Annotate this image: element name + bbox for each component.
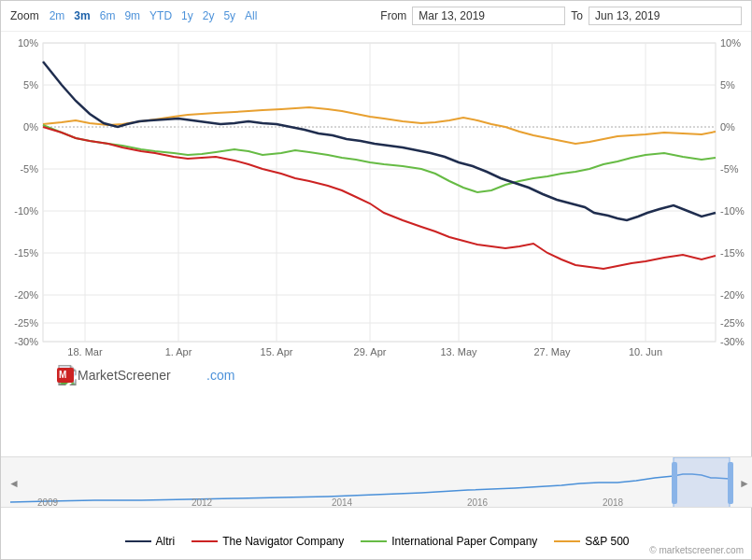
svg-text:MarketScreener: MarketScreener — [78, 368, 171, 383]
from-date-input[interactable] — [412, 7, 565, 25]
svg-text:1. Apr: 1. Apr — [165, 346, 192, 357]
zoom-9m[interactable]: 9m — [121, 8, 143, 23]
svg-rect-49 — [728, 462, 733, 504]
legend-item-sp500: S&P 500 — [554, 535, 629, 548]
svg-text:5%: 5% — [23, 79, 38, 91]
zoom-ytd[interactable]: YTD — [147, 8, 175, 23]
main-chart-svg: 10% 5% 0% -5% -10% -15% -20% -25% -30% 1… — [1, 34, 752, 402]
svg-text:-25%: -25% — [14, 317, 38, 329]
svg-rect-0 — [43, 43, 716, 342]
legend-item-navigator: The Navigator Company — [192, 535, 344, 548]
svg-text:0%: 0% — [23, 121, 38, 133]
svg-text:◄: ◄ — [8, 477, 20, 490]
zoom-label: Zoom — [10, 9, 39, 22]
mini-chart-svg: 2009 2012 2014 2016 2018 ◄ ► — [1, 457, 752, 508]
intpaper-legend-line — [361, 540, 387, 542]
svg-text:2009: 2009 — [37, 497, 59, 508]
svg-text:-5%: -5% — [20, 163, 38, 175]
legend-item-intpaper: International Paper Company — [361, 535, 537, 548]
svg-text:10%: 10% — [18, 37, 38, 49]
svg-text:-10%: -10% — [720, 205, 745, 217]
zoom-all[interactable]: All — [242, 8, 260, 23]
svg-text:2012: 2012 — [192, 497, 213, 508]
svg-text:15. Apr: 15. Apr — [261, 346, 293, 357]
svg-text:10. Jun: 10. Jun — [629, 346, 662, 357]
legend-item-altri: Altri — [125, 535, 176, 548]
zoom-1y[interactable]: 1y — [178, 8, 196, 23]
svg-rect-47 — [674, 457, 730, 508]
svg-text:-10%: -10% — [14, 205, 38, 217]
svg-text:-25%: -25% — [720, 317, 745, 329]
navigator-legend-line — [192, 540, 218, 542]
svg-text:5%: 5% — [720, 79, 735, 91]
svg-text:-20%: -20% — [720, 289, 745, 301]
svg-text:2014: 2014 — [332, 497, 353, 508]
svg-text:-15%: -15% — [720, 247, 745, 259]
svg-text:►: ► — [739, 477, 750, 490]
svg-text:18. Mar: 18. Mar — [67, 346, 103, 357]
svg-text:10%: 10% — [720, 37, 741, 49]
svg-text:29. Apr: 29. Apr — [354, 346, 387, 357]
to-label: To — [571, 9, 583, 22]
svg-text:.com: .com — [206, 368, 234, 383]
zoom-3m[interactable]: 3m — [71, 8, 92, 23]
svg-rect-48 — [672, 462, 677, 504]
to-date-input[interactable] — [589, 7, 742, 25]
main-container: Zoom 2m 3m 6m 9m YTD 1y 2y 5y All From T… — [0, 0, 752, 560]
navigator-area: 2009 2012 2014 2016 2018 ◄ ► — [1, 456, 752, 508]
intpaper-legend-label: International Paper Company — [391, 535, 537, 548]
zoom-2y[interactable]: 2y — [200, 8, 218, 23]
from-label: From — [380, 9, 406, 22]
altri-legend-line — [125, 540, 151, 542]
svg-text:-5%: -5% — [720, 163, 739, 175]
svg-text:-20%: -20% — [14, 289, 38, 301]
svg-text:M: M — [59, 370, 66, 380]
svg-text:2018: 2018 — [603, 497, 624, 508]
svg-text:-30%: -30% — [14, 336, 38, 347]
svg-text:27. May: 27. May — [533, 346, 571, 357]
altri-legend-label: Altri — [156, 535, 176, 548]
navigator-legend-label: The Navigator Company — [222, 535, 344, 548]
sp500-legend-label: S&P 500 — [585, 535, 629, 548]
zoom-5y[interactable]: 5y — [220, 8, 238, 23]
svg-text:2016: 2016 — [467, 497, 489, 508]
legend: Altri The Navigator Company Internationa… — [1, 531, 752, 552]
svg-text:-30%: -30% — [720, 336, 745, 347]
svg-text:13. May: 13. May — [440, 346, 477, 357]
toolbar: Zoom 2m 3m 6m 9m YTD 1y 2y 5y All From T… — [1, 1, 751, 32]
zoom-6m[interactable]: 6m — [97, 8, 119, 23]
svg-text:-15%: -15% — [14, 247, 38, 259]
svg-text:0%: 0% — [720, 121, 735, 133]
date-range: From To — [380, 7, 742, 25]
watermark: © marketscreener.com — [649, 545, 744, 555]
zoom-2m[interactable]: 2m — [47, 8, 68, 23]
sp500-legend-line — [554, 540, 580, 542]
